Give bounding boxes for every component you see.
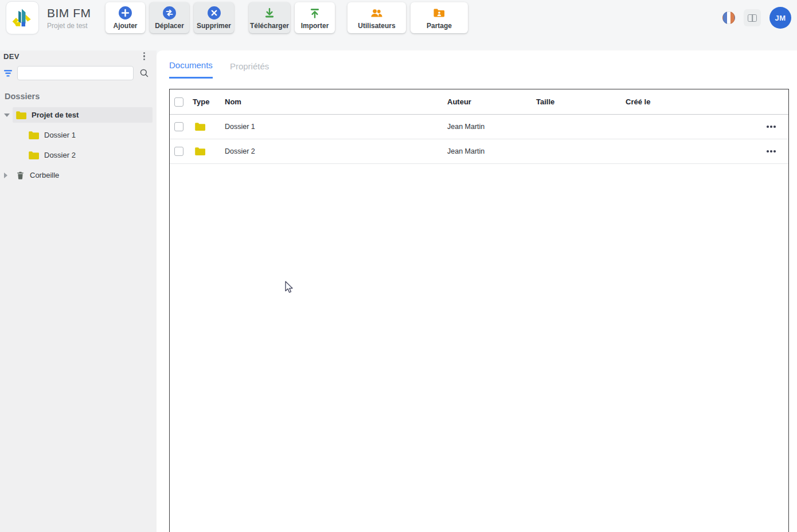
tree-item-projet-de-test[interactable]: Projet de test (0, 105, 157, 125)
tree-item-dossier-2[interactable]: Dossier 2 (0, 145, 157, 165)
utilisateurs-label: Utilisateurs (358, 22, 395, 30)
tree-item-label: Dossier 1 (44, 131, 76, 139)
tab-documents[interactable]: Documents (169, 60, 213, 79)
swap-arrows-icon (162, 6, 177, 20)
page: BIM FM Projet de test Ajouter Dépl (0, 0, 797, 532)
folder-icon (194, 147, 206, 156)
plus-circle-icon (118, 6, 132, 20)
main-panel: Documents Propriétés Type Nom Auteur Tai… (157, 50, 797, 532)
folder-tree: Projet de test Dossier 1 Dossier 2 (0, 105, 157, 185)
partage-button[interactable]: Partage (411, 2, 468, 33)
table-header-row: Type Nom Auteur Taille Créé le (170, 89, 788, 115)
users-icon (369, 6, 384, 20)
search-icon[interactable] (139, 68, 150, 79)
folder-icon (28, 151, 40, 160)
app-title-block: BIM FM Projet de test (47, 6, 106, 30)
importer-label: Importer (301, 22, 329, 30)
row-author: Jean Martin (447, 147, 536, 155)
shared-folder-icon (432, 6, 446, 20)
deplacer-label: Déplacer (155, 22, 184, 30)
documents-table: Type Nom Auteur Taille Créé le Dossier 1… (169, 89, 789, 532)
row-actions-button[interactable] (764, 147, 778, 156)
row-name: Dossier 1 (225, 123, 447, 131)
table-row[interactable]: Dossier 1 Jean Martin (170, 115, 788, 139)
upload-icon (308, 6, 322, 20)
tab-bar: Documents Propriétés (157, 50, 797, 79)
language-flag-icon[interactable] (722, 11, 735, 24)
tree-item-dossier-1[interactable]: Dossier 1 (0, 125, 157, 145)
search-input[interactable] (17, 66, 134, 80)
row-checkbox[interactable] (174, 147, 183, 156)
row-actions-button[interactable] (764, 122, 778, 131)
tree-item-label: Corbeille (30, 171, 59, 179)
column-header-nom: Nom (225, 97, 447, 106)
app-name: BIM FM (47, 6, 106, 20)
sidebar-header: DEV (3, 52, 147, 61)
sidebar: DEV Dossiers (0, 50, 157, 532)
tree-item-label: Dossier 2 (44, 151, 76, 159)
topbar: BIM FM Projet de test Ajouter Dépl (0, 0, 797, 50)
filter-icon[interactable] (2, 69, 14, 78)
split-panel-button[interactable] (744, 9, 761, 26)
project-name: Projet de test (47, 22, 106, 30)
deplacer-button[interactable]: Déplacer (150, 2, 189, 33)
app-logo[interactable] (6, 1, 39, 34)
tab-proprietes[interactable]: Propriétés (230, 60, 269, 79)
folder-icon (194, 122, 206, 131)
tree-item-corbeille[interactable]: Corbeille (0, 165, 157, 185)
telecharger-label: Télécharger (250, 22, 289, 30)
partage-label: Partage (427, 22, 452, 30)
importer-button[interactable]: Importer (295, 2, 335, 33)
chevron-down-icon[interactable] (4, 114, 10, 117)
supprimer-button[interactable]: Supprimer (194, 2, 234, 33)
trash-icon (15, 170, 25, 181)
column-header-taille: Taille (536, 97, 626, 106)
telecharger-button[interactable]: Télécharger (249, 2, 290, 33)
table-row[interactable]: Dossier 2 Jean Martin (170, 139, 788, 164)
bim-logo-icon (10, 5, 35, 30)
env-label: DEV (3, 52, 19, 61)
dossiers-section-title: Dossiers (5, 92, 40, 101)
utilisateurs-button[interactable]: Utilisateurs (347, 2, 406, 33)
sidebar-menu-button[interactable] (141, 51, 147, 62)
column-header-auteur: Auteur (447, 97, 536, 106)
download-icon (263, 6, 276, 20)
user-avatar[interactable]: JM (769, 7, 791, 29)
row-name: Dossier 2 (225, 147, 447, 155)
folder-icon (28, 131, 40, 140)
split-panel-icon (748, 14, 757, 22)
ajouter-label: Ajouter (114, 22, 138, 30)
row-checkbox[interactable] (174, 122, 183, 131)
avatar-initials: JM (775, 14, 786, 22)
supprimer-label: Supprimer (197, 22, 231, 30)
folder-icon (15, 111, 27, 120)
chevron-right-icon[interactable] (4, 173, 7, 178)
sidebar-search-row (2, 66, 150, 80)
x-circle-icon (207, 6, 221, 20)
select-all-checkbox[interactable] (174, 97, 183, 107)
row-author: Jean Martin (447, 123, 536, 131)
ajouter-button[interactable]: Ajouter (106, 2, 145, 33)
tree-item-label: Projet de test (32, 111, 79, 119)
column-header-cree-le: Créé le (626, 97, 754, 106)
column-header-type: Type (193, 97, 225, 106)
